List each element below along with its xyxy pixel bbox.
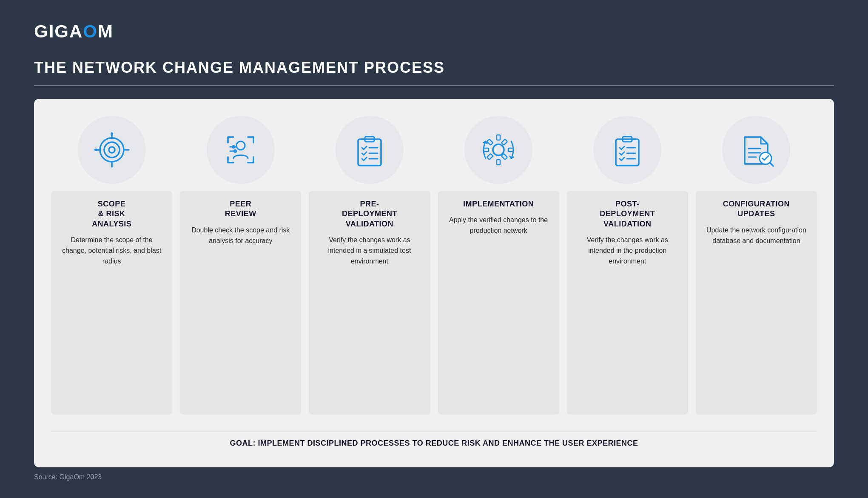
implementation-content: IMPLEMENTATION Apply the verified change… [438,191,559,415]
peer-review-icon [222,131,260,169]
pre-deployment-content: PRE-DEPLOYMENTVALIDATION Verify the chan… [309,191,430,415]
scope-risk-desc: Determine the scope of the change, poten… [58,235,165,266]
logo-o: O [83,21,98,41]
scope-risk-title: SCOPE& RISKANALYSIS [58,199,165,229]
svg-point-19 [493,144,504,155]
svg-point-1 [104,142,120,157]
goal-bar: GOAL: IMPLEMENT DISCIPLINED PROCESSES TO… [51,432,817,455]
config-updates-content: CONFIGURATIONUPDATES Update the network … [696,191,817,415]
main-card: SCOPE& RISKANALYSIS Determine the scope … [34,99,834,467]
implementation-title: IMPLEMENTATION [445,199,552,209]
post-deployment-desc: Verify the changes work as intended in t… [574,235,681,266]
config-updates-desc: Update the network configuration databas… [703,225,810,246]
config-updates-title: CONFIGURATIONUPDATES [703,199,810,219]
svg-point-11 [232,145,235,149]
page-title: THE NETWORK CHANGE MANAGEMENT PROCESS [34,59,834,77]
peer-review-title: PEERREVIEW [187,199,294,219]
pre-deployment-icon-circle [336,116,404,184]
pre-deployment-desc: Verify the changes work as intended in a… [316,235,423,266]
post-deployment-content: POST-DEPLOYMENTVALIDATION Verify the cha… [567,191,688,415]
logo-text: GIGAOM [34,21,114,42]
post-deployment-icon [608,131,646,169]
logo: GIGAOM [34,21,834,42]
config-updates-icon [737,131,775,169]
source-text: Source: GigaOm 2023 [34,473,834,481]
step-scope-risk: SCOPE& RISKANALYSIS Determine the scope … [51,116,172,415]
step-pre-deployment: PRE-DEPLOYMENTVALIDATION Verify the chan… [309,116,430,415]
svg-rect-24 [487,139,493,145]
step-peer-review: PEERREVIEW Double check the scope and ri… [180,116,301,415]
peer-review-desc: Double check the scope and risk analysis… [187,225,294,246]
svg-rect-23 [508,148,513,152]
implementation-desc: Apply the verified changes to the produc… [445,215,552,236]
svg-point-13 [233,149,237,153]
config-updates-icon-circle [722,116,790,184]
svg-rect-25 [501,154,507,160]
svg-point-2 [109,147,115,153]
steps-container: SCOPE& RISKANALYSIS Determine the scope … [51,116,817,415]
svg-rect-21 [497,160,500,165]
svg-rect-26 [501,139,507,145]
svg-point-7 [111,133,113,135]
post-deployment-title: POST-DEPLOYMENTVALIDATION [574,199,681,229]
scope-risk-content: SCOPE& RISKANALYSIS Determine the scope … [51,191,172,415]
step-post-deployment: POST-DEPLOYMENTVALIDATION Verify the cha… [567,116,688,415]
svg-point-9 [236,141,245,150]
implementation-icon-circle [464,116,532,184]
svg-line-37 [770,163,773,166]
svg-rect-22 [484,148,489,152]
step-config-updates: CONFIGURATIONUPDATES Update the network … [696,116,817,415]
svg-rect-28 [616,139,639,166]
pre-deployment-title: PRE-DEPLOYMENTVALIDATION [316,199,423,229]
scope-risk-icon-circle [78,116,146,184]
peer-review-icon-circle [207,116,275,184]
svg-rect-27 [487,154,493,160]
title-divider [34,85,834,86]
svg-rect-20 [497,135,500,140]
post-deployment-icon-circle [593,116,661,184]
implementation-icon [479,131,518,169]
peer-review-content: PEERREVIEW Double check the scope and ri… [180,191,301,415]
svg-point-8 [95,149,97,151]
goal-text: GOAL: IMPLEMENT DISCIPLINED PROCESSES TO… [58,439,810,448]
svg-rect-14 [358,139,381,166]
target-icon [93,131,131,169]
pre-deployment-icon [350,131,389,169]
step-implementation: IMPLEMENTATION Apply the verified change… [438,116,559,415]
